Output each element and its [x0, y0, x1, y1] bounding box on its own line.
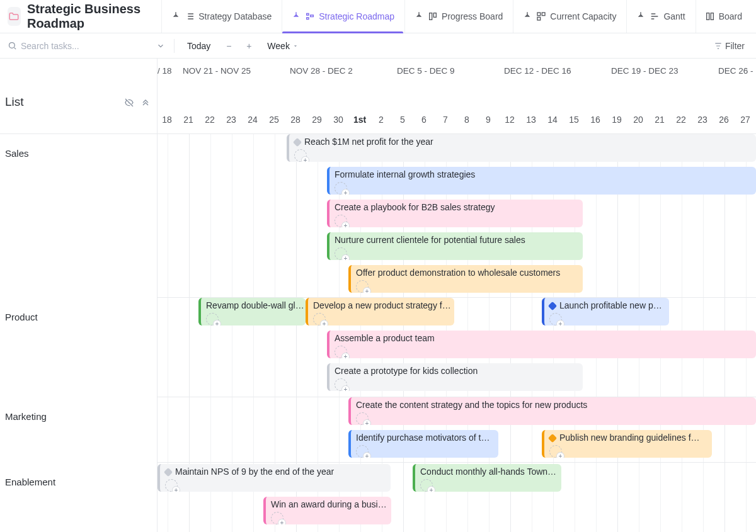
task-bar[interactable]: Conduct monthly all-hands Town… [413, 464, 561, 492]
zoom-in-icon[interactable]: + [243, 41, 255, 51]
task-title: Publish new branding guidelines f… [559, 433, 700, 444]
eye-off-icon[interactable] [124, 98, 134, 108]
task-title: Create a playbook for B2B sales strategy [335, 202, 495, 213]
task-title: Conduct monthly all-hands Town… [420, 467, 556, 478]
zoom-out-icon[interactable]: − [223, 41, 234, 51]
svg-rect-4 [537, 17, 541, 20]
day-label: 22 [670, 115, 692, 125]
day-label: 21 [649, 115, 670, 125]
tab-label: Gantt [663, 11, 685, 21]
task-bar[interactable]: Win an award during a busi… [263, 497, 391, 524]
day-label: 14 [542, 115, 563, 125]
task-title: Maintain NPS of 9 by the end of the year [175, 467, 334, 478]
group-label: Enablement [5, 477, 55, 487]
assignee-add-icon[interactable] [335, 346, 347, 358]
day-label: 7 [435, 115, 456, 125]
day-label: 22 [199, 115, 220, 125]
task-title: Nurture current clientele for potential … [335, 235, 525, 246]
tab-progress-board[interactable]: Progress Board [404, 0, 512, 33]
task-bar[interactable]: Nurture current clientele for potential … [327, 232, 583, 260]
task-title: Offer product demonstration to wholesale… [356, 268, 560, 279]
task-title: Launch profitable new p… [559, 300, 662, 312]
week-label: DEC 5 - DEC 9 [397, 66, 455, 76]
day-label: 13 [520, 115, 542, 125]
svg-rect-3 [542, 13, 546, 16]
day-label: 1st [349, 115, 370, 125]
toolbar: Today − + Week Filter [0, 33, 756, 59]
assignee-add-icon[interactable] [335, 247, 347, 260]
day-label: 6 [413, 115, 435, 125]
search-icon [8, 41, 17, 50]
assignee-add-icon[interactable] [549, 445, 562, 458]
task-bar[interactable]: Create a prototype for kids collection [327, 363, 583, 391]
day-label: 26 [713, 115, 735, 125]
svg-rect-0 [430, 13, 432, 20]
task-bar[interactable]: Create a playbook for B2B sales strategy [327, 200, 583, 227]
day-label: 25 [263, 115, 285, 125]
task-bar[interactable]: Publish new branding guidelines f… [542, 430, 712, 458]
tab-gantt[interactable]: Gantt [626, 0, 694, 33]
group-label: Sales [5, 148, 29, 159]
assignee-add-icon[interactable] [356, 412, 369, 425]
assignee-add-icon[interactable] [165, 479, 178, 492]
task-bar[interactable]: Launch profitable new p… [542, 298, 669, 325]
assignee-add-icon[interactable] [313, 313, 326, 325]
day-label: 21 [178, 115, 199, 125]
task-bar[interactable]: Create the content strategy and the topi… [348, 397, 756, 425]
assignee-add-icon[interactable] [294, 149, 307, 162]
task-bar[interactable]: Formulate internal growth strategies [327, 167, 756, 195]
day-label: 2 [370, 115, 392, 125]
timeline-body[interactable]: Reach $1M net profit for the yearFormula… [158, 134, 756, 532]
tab-current-capacity[interactable]: Current Capacity [513, 0, 625, 33]
assignee-add-icon[interactable] [356, 445, 369, 458]
task-bar[interactable]: Assemble a product team [327, 331, 756, 358]
milestone-icon [548, 302, 557, 310]
group-label: Product [5, 312, 38, 322]
task-title: Reach $1M net profit for the year [304, 137, 433, 148]
assignee-add-icon[interactable] [335, 215, 347, 227]
week-label: / 18 [158, 66, 172, 76]
tab-strategy-database[interactable]: Strategy Database [161, 0, 280, 33]
assignee-add-icon[interactable] [206, 313, 219, 325]
left-panel: List SalesProductMarketingEnablement [0, 59, 158, 532]
day-label: 27 [735, 115, 756, 125]
week-label: DEC 12 - DEC 16 [504, 66, 571, 76]
week-dropdown[interactable]: Week [263, 38, 302, 54]
task-bar[interactable]: Revamp double-wall gl… [198, 298, 306, 325]
group-label: Marketing [5, 411, 47, 422]
timeline-panel[interactable]: / 18NOV 21 - NOV 25NOV 28 - DEC 2DEC 5 -… [158, 59, 756, 532]
tab-label: Progress Board [442, 11, 503, 21]
task-bar[interactable]: Identify purchase motivators of t… [348, 430, 498, 458]
assignee-add-icon[interactable] [271, 512, 284, 524]
assignee-add-icon[interactable] [420, 479, 433, 492]
day-label: 16 [585, 115, 606, 125]
day-label: 18 [158, 115, 178, 125]
search-input[interactable] [21, 41, 152, 51]
day-label: 23 [220, 115, 242, 125]
task-title: Create the content strategy and the topi… [356, 400, 587, 411]
collapse-icon[interactable] [140, 98, 151, 108]
task-bar[interactable]: Offer product demonstration to wholesale… [348, 265, 583, 293]
day-label: 12 [499, 115, 520, 125]
today-button[interactable]: Today [183, 38, 214, 54]
assignee-add-icon[interactable] [549, 313, 562, 325]
assignee-add-icon[interactable] [335, 182, 347, 195]
day-label: 23 [692, 115, 713, 125]
topbar: Strategic Business Roadmap Strategy Data… [0, 0, 756, 33]
filter-button[interactable]: Filter [710, 38, 748, 54]
tab-board[interactable]: Board [696, 0, 751, 33]
task-bar[interactable]: Maintain NPS of 9 by the end of the year [158, 464, 391, 492]
day-label: 8 [456, 115, 478, 125]
task-title: Formulate internal growth strategies [335, 169, 475, 181]
day-label: 20 [627, 115, 649, 125]
assignee-add-icon[interactable] [356, 280, 369, 293]
search-box[interactable] [8, 41, 165, 51]
tab-strategic-roadmap[interactable]: Strategic Roadmap [282, 0, 403, 33]
day-label: 5 [392, 115, 413, 125]
svg-rect-6 [711, 13, 713, 20]
chevron-down-icon[interactable] [156, 42, 165, 50]
task-bar[interactable]: Develop a new product strategy f… [306, 298, 454, 325]
assignee-add-icon[interactable] [335, 378, 347, 391]
task-bar[interactable]: Reach $1M net profit for the year [287, 134, 756, 162]
list-title: List [5, 95, 24, 109]
